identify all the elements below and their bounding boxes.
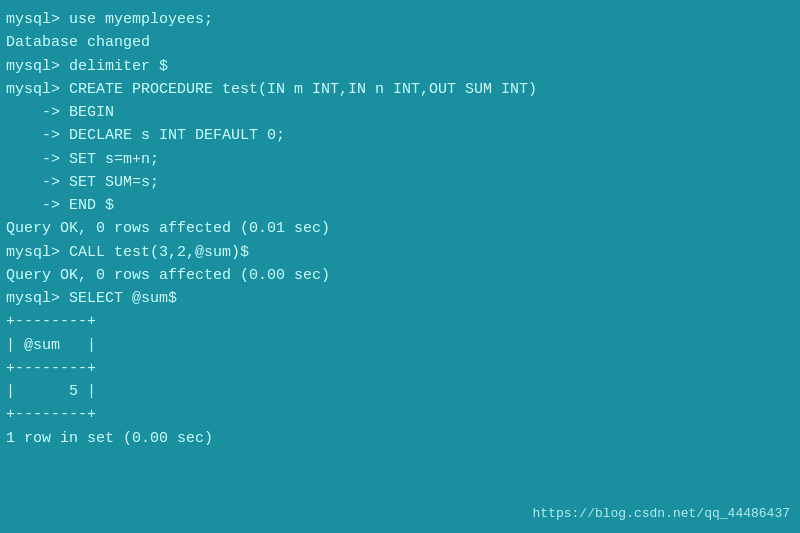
- terminal-line: | 5 |: [6, 380, 794, 403]
- terminal-line: -> END $: [6, 194, 794, 217]
- terminal-line: Query OK, 0 rows affected (0.00 sec): [6, 264, 794, 287]
- terminal-line: 1 row in set (0.00 sec): [6, 427, 794, 450]
- terminal-line: | @sum |: [6, 334, 794, 357]
- terminal-line: -> SET SUM=s;: [6, 171, 794, 194]
- terminal-line: mysql> use myemployees;: [6, 8, 794, 31]
- terminal-line: -> DECLARE s INT DEFAULT 0;: [6, 124, 794, 147]
- terminal-line: Database changed: [6, 31, 794, 54]
- watermark-text: https://blog.csdn.net/qq_44486437: [533, 506, 790, 521]
- terminal-line: +--------+: [6, 357, 794, 380]
- terminal-line: Query OK, 0 rows affected (0.01 sec): [6, 217, 794, 240]
- terminal-line: mysql> CREATE PROCEDURE test(IN m INT,IN…: [6, 78, 794, 101]
- terminal-line: -> SET s=m+n;: [6, 148, 794, 171]
- terminal-line: mysql> SELECT @sum$: [6, 287, 794, 310]
- terminal-line: mysql> CALL test(3,2,@sum)$: [6, 241, 794, 264]
- terminal-line: +--------+: [6, 403, 794, 426]
- terminal-window: mysql> use myemployees;Database changedm…: [0, 0, 800, 533]
- terminal-line: +--------+: [6, 310, 794, 333]
- terminal-line: -> BEGIN: [6, 101, 794, 124]
- terminal-line: mysql> delimiter $: [6, 55, 794, 78]
